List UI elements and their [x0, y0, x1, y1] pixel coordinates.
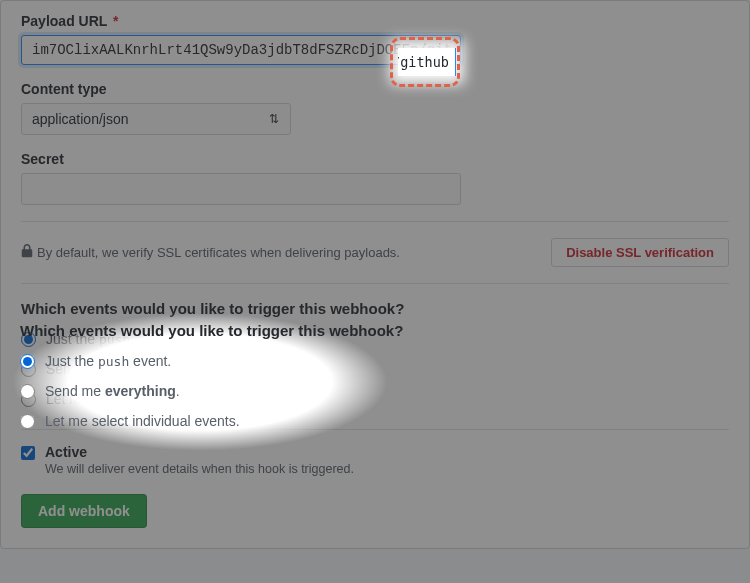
active-row[interactable]: Active We will deliver event details whe…: [21, 444, 729, 476]
active-text-wrap: Active We will deliver event details whe…: [45, 444, 354, 476]
radio-everything-pre: Send me: [46, 361, 106, 377]
radio-push-post: event.: [130, 331, 172, 347]
lock-icon: [21, 244, 33, 261]
radio-row-push[interactable]: Just the push event.: [21, 331, 729, 347]
active-label: Active: [45, 444, 354, 460]
ssl-note: By default, we verify SSL certificates w…: [21, 244, 400, 261]
active-desc: We will deliver event details when this …: [45, 462, 354, 476]
events-section: Which events would you like to trigger t…: [21, 284, 729, 429]
disable-ssl-button[interactable]: Disable SSL verification: [551, 238, 729, 267]
content-type-label: Content type: [21, 81, 729, 97]
add-webhook-button[interactable]: Add webhook: [21, 494, 147, 528]
radio-everything-label[interactable]: Send me everything.: [46, 361, 181, 377]
secret-group: Secret: [21, 151, 729, 205]
content-type-select[interactable]: application/json: [21, 103, 291, 135]
secret-label: Secret: [21, 151, 729, 167]
radio-everything-post: .: [177, 361, 181, 377]
payload-url-label-text: Payload URL: [21, 13, 107, 29]
payload-url-input[interactable]: [21, 35, 461, 65]
active-section: Active We will deliver event details whe…: [21, 430, 729, 490]
radio-push-input[interactable]: [21, 332, 36, 347]
radio-everything-input[interactable]: [21, 362, 36, 377]
ssl-row: By default, we verify SSL certificates w…: [21, 222, 729, 283]
payload-url-group: Payload URL *: [21, 13, 729, 65]
payload-url-label: Payload URL *: [21, 13, 729, 29]
radio-push-code: push: [99, 332, 130, 347]
webhook-form: Payload URL * Content type application/j…: [0, 0, 750, 549]
radio-individual-label[interactable]: Let me select individual events.: [46, 391, 241, 407]
radio-row-everything[interactable]: Send me everything.: [21, 361, 729, 377]
ssl-note-text: By default, we verify SSL certificates w…: [37, 245, 400, 260]
radio-everything-strong: everything: [106, 361, 177, 377]
radio-push-pre: Just the: [46, 331, 99, 347]
radio-row-individual[interactable]: Let me select individual events.: [21, 391, 729, 407]
secret-input[interactable]: [21, 173, 461, 205]
active-checkbox[interactable]: [21, 446, 35, 460]
required-asterisk: *: [113, 13, 118, 29]
radio-push-label[interactable]: Just the push event.: [46, 331, 172, 347]
radio-individual-input[interactable]: [21, 392, 36, 407]
content-type-group: Content type application/json ⇅: [21, 81, 729, 135]
events-heading: Which events would you like to trigger t…: [21, 300, 729, 317]
content-type-select-wrap: application/json ⇅: [21, 103, 291, 135]
